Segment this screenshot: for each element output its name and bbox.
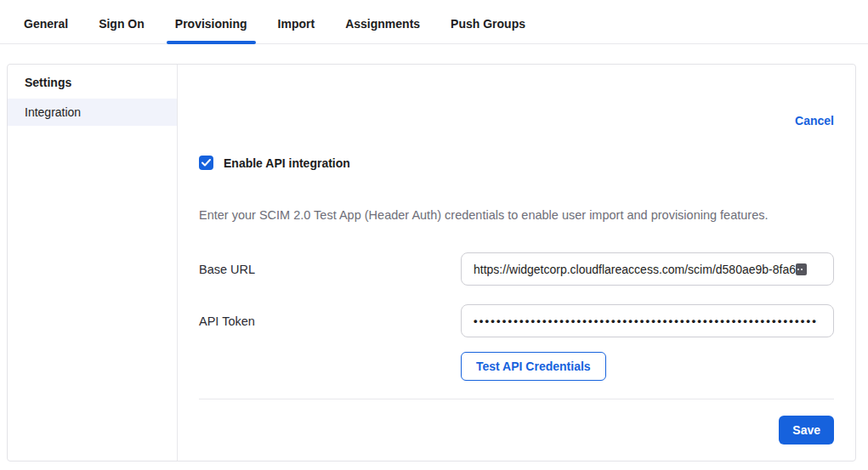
footer-divider	[199, 399, 834, 399]
sidebar-item-integration[interactable]: Integration	[8, 99, 177, 126]
base-url-input[interactable]: https://widgetcorp.cloudflareaccess.com/…	[461, 252, 834, 286]
integration-form: Cancel Enable API integration Enter your…	[178, 65, 855, 461]
tab-import[interactable]: Import	[269, 17, 324, 43]
api-token-field-row: API Token ••••••••••••••••••••••••••••••…	[199, 304, 834, 337]
settings-panel: Settings Integration Cancel Enable API i…	[7, 64, 856, 462]
api-token-input[interactable]: ••••••••••••••••••••••••••••••••••••••••…	[461, 304, 834, 337]
test-api-credentials-button[interactable]: Test API Credentials	[461, 352, 606, 381]
base-url-label: Base URL	[199, 263, 461, 276]
test-credentials-row: Test API Credentials	[461, 352, 834, 381]
base-url-field-row: Base URL https://widgetcorp.cloudflareac…	[199, 252, 834, 286]
provisioning-settings-page: General Sign On Provisioning Import Assi…	[0, 0, 868, 470]
tab-sign-on[interactable]: Sign On	[90, 17, 153, 43]
enable-api-integration-label: Enable API integration	[224, 156, 350, 170]
save-button[interactable]: Save	[779, 416, 834, 445]
checkmark-icon	[201, 159, 211, 167]
enable-api-integration-row: Enable API integration	[199, 156, 834, 170]
text-truncation-icon	[796, 263, 807, 275]
save-row: Save	[199, 416, 834, 445]
cancel-row: Cancel	[199, 113, 834, 128]
cancel-link[interactable]: Cancel	[795, 114, 834, 127]
tab-provisioning[interactable]: Provisioning	[167, 17, 256, 43]
tab-general[interactable]: General	[15, 17, 77, 43]
api-token-label: API Token	[199, 314, 461, 328]
base-url-value: https://widgetcorp.cloudflareaccess.com/…	[474, 263, 796, 276]
credentials-description: Enter your SCIM 2.0 Test App (Header Aut…	[199, 208, 834, 222]
tab-push-groups[interactable]: Push Groups	[442, 17, 534, 43]
api-token-masked-value: ••••••••••••••••••••••••••••••••••••••••…	[474, 314, 818, 327]
app-tab-bar: General Sign On Provisioning Import Assi…	[0, 0, 868, 44]
tab-assignments[interactable]: Assignments	[337, 17, 428, 43]
enable-api-integration-checkbox[interactable]	[199, 156, 213, 170]
sidebar-header: Settings	[8, 68, 177, 99]
settings-sidebar: Settings Integration	[8, 65, 178, 461]
